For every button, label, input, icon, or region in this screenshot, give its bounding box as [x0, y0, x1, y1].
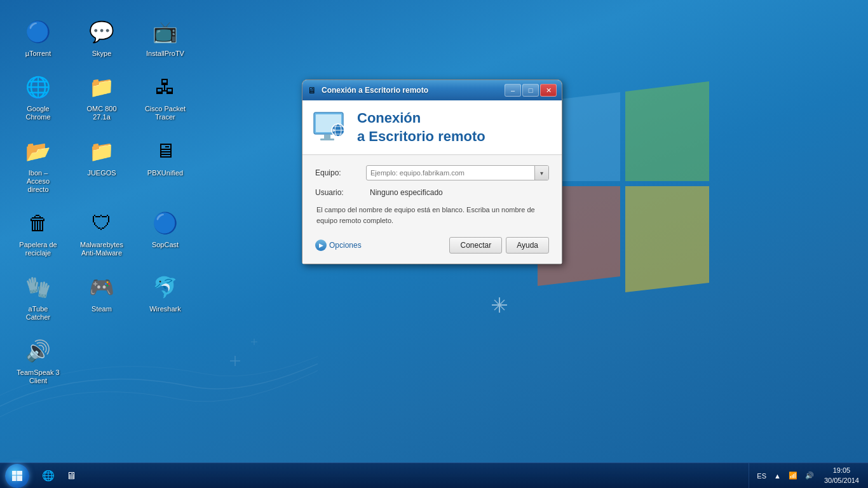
- desktop-icon-img-pbxunified: 🖥: [150, 136, 180, 166]
- desktop-icon-label-google-chrome: Google Chrome: [17, 105, 60, 121]
- desktop-icon-img-atube: 🧤: [23, 272, 53, 302]
- desktop-icon-sopcast[interactable]: 🔵SopCast: [140, 204, 191, 261]
- dialog-controls: – □ ✕: [505, 84, 557, 97]
- equipo-input-container[interactable]: ▾: [366, 165, 549, 180]
- desktop: 🔵µTorrent💬Skype📺InstallProTV🌐Google Chro…: [0, 0, 868, 488]
- taskbar-chrome-item[interactable]: 🌐: [37, 465, 60, 487]
- desktop-icon-img-wireshark: 🐬: [150, 272, 180, 302]
- dialog-close-button[interactable]: ✕: [540, 84, 557, 97]
- desktop-icon-img-ibon: 📂: [23, 136, 53, 166]
- desktop-icon-label-juegos: JUEGOS: [87, 169, 116, 177]
- desktop-icon-label-skype: Skype: [92, 50, 112, 58]
- desktop-icon-steam[interactable]: 🎮Steam: [76, 268, 127, 325]
- dialog-body: Equipo: ▾ Usuario: Ninguno especificado …: [302, 155, 562, 264]
- desktop-icon-label-sopcast: SopCast: [152, 241, 179, 249]
- desktop-icon-label-cisco-packet-tracer: Cisco Packet Tracer: [144, 105, 187, 121]
- dialog-header-icon: [313, 111, 348, 144]
- opciones-label: Opciones: [329, 241, 362, 250]
- taskbar-rdp-icon: 🖥: [65, 470, 78, 482]
- dialog-action-buttons: Conectar Ayuda: [449, 237, 549, 254]
- desktop-icon-img-omc800: 📁: [86, 72, 117, 102]
- desktop-icon-img-sopcast: 🔵: [150, 208, 180, 238]
- desktop-icon-pbxunified[interactable]: 🖥PBXUnified: [140, 132, 191, 198]
- dialog-footer: ▶ Opciones Conectar Ayuda: [315, 234, 549, 254]
- conectar-button[interactable]: Conectar: [449, 237, 502, 254]
- taskbar-tray: ES ▲ 📶 🔊 19:05 30/05/2014: [749, 463, 868, 488]
- dialog-note: El campo del nombre de equipo está en bl…: [315, 205, 549, 226]
- desktop-icon-img-installprotv: 📺: [150, 17, 180, 47]
- usuario-value: Ninguno especificado: [366, 188, 549, 197]
- desktop-icon-label-malwarebytes: Malwarebytes Anti-Malware: [80, 241, 123, 257]
- desktop-icon-label-omc800: OMC 800 27.1a: [80, 105, 123, 121]
- dialog-title-text: Conexión a Escritorio remoto: [322, 86, 428, 95]
- start-orb[interactable]: [5, 464, 29, 488]
- tray-volume-icon[interactable]: 🔊: [803, 470, 817, 481]
- tray-network-icon[interactable]: 📶: [786, 470, 800, 481]
- desktop-icon-teamspeak[interactable]: 🔊TeamSpeak 3 Client: [13, 332, 64, 389]
- desktop-icon-img-cisco-packet-tracer: 🖧: [150, 72, 180, 102]
- usuario-field: Usuario: Ninguno especificado: [315, 188, 549, 197]
- dialog-maximize-button[interactable]: □: [522, 84, 539, 97]
- dialog-header: Conexión a Escritorio remoto: [302, 100, 562, 155]
- desktop-icon-img-google-chrome: 🌐: [23, 72, 53, 102]
- taskbar-rdp-item[interactable]: 🖥: [60, 465, 83, 487]
- tray-date: 30/05/2014: [824, 476, 859, 485]
- desktop-icon-label-papelera: Papelera de reciclaje: [17, 241, 60, 257]
- desktop-icon-img-utorrent: 🔵: [23, 17, 53, 47]
- equipo-input[interactable]: [367, 166, 534, 180]
- taskbar-chrome-icon: 🌐: [42, 470, 55, 482]
- desktop-icon-label-pbxunified: PBXUnified: [147, 169, 183, 177]
- desktop-icon-atube[interactable]: 🧤aTube Catcher: [13, 268, 64, 325]
- tray-time: 19:05: [824, 466, 859, 475]
- desktop-icon-label-utorrent: µTorrent: [25, 50, 51, 58]
- dialog-header-text: Conexión a Escritorio remoto: [357, 109, 485, 146]
- opciones-arrow-icon: ▶: [315, 240, 327, 251]
- svg-rect-11: [320, 139, 334, 140]
- equipo-label: Equipo:: [315, 168, 366, 177]
- desktop-icon-utorrent[interactable]: 🔵µTorrent: [13, 13, 64, 62]
- tray-language[interactable]: ES: [754, 471, 769, 481]
- tray-clock[interactable]: 19:05 30/05/2014: [820, 466, 863, 485]
- taskbar: 🌐 🖥 ES ▲ 📶 🔊 19:05 30/05/2014: [0, 463, 868, 488]
- start-button[interactable]: [0, 463, 34, 489]
- dialog-header-line2: a Escritorio remoto: [357, 128, 485, 146]
- taskbar-items: 🌐 🖥: [34, 463, 749, 488]
- desktop-icon-img-skype: 💬: [86, 17, 117, 47]
- remote-desktop-dialog[interactable]: 🖥 Conexión a Escritorio remoto – □ ✕: [302, 79, 562, 264]
- desktop-icon-label-steam: Steam: [92, 305, 112, 313]
- equipo-dropdown-button[interactable]: ▾: [534, 166, 548, 180]
- dialog-titlebar: 🖥 Conexión a Escritorio remoto – □ ✕: [302, 80, 562, 100]
- dialog-minimize-button[interactable]: –: [505, 84, 521, 97]
- dialog-title-icon: 🖥: [308, 85, 318, 95]
- desktop-icon-img-teamspeak: 🔊: [23, 336, 53, 366]
- desktop-icon-label-ibon: Ibon – Acceso directo: [17, 169, 60, 194]
- desktop-icon-label-teamspeak: TeamSpeak 3 Client: [17, 369, 60, 385]
- desktop-icon-juegos[interactable]: 📁JUEGOS: [76, 132, 127, 198]
- tray-arrow-icon[interactable]: ▲: [771, 471, 783, 481]
- tray-icons: ES ▲ 📶 🔊: [754, 470, 817, 481]
- desktop-icon-img-papelera: 🗑: [23, 208, 53, 238]
- desktop-icon-img-malwarebytes: 🛡: [86, 208, 117, 238]
- desktop-icon-img-juegos: 📁: [86, 136, 117, 166]
- desktop-icon-label-installprotv: InstallProTV: [146, 50, 184, 58]
- desktop-icon-papelera[interactable]: 🗑Papelera de reciclaje: [13, 204, 64, 261]
- desktop-icon-cisco-packet-tracer[interactable]: 🖧Cisco Packet Tracer: [140, 68, 191, 125]
- svg-rect-10: [324, 135, 330, 139]
- usuario-label: Usuario:: [315, 188, 366, 197]
- desktop-icon-omc800[interactable]: 📁OMC 800 27.1a: [76, 68, 127, 125]
- desktop-icons: 🔵µTorrent💬Skype📺InstallProTV🌐Google Chro…: [6, 6, 203, 395]
- desktop-icon-google-chrome[interactable]: 🌐Google Chrome: [13, 68, 64, 125]
- opciones-button[interactable]: ▶ Opciones: [315, 240, 362, 251]
- ayuda-button[interactable]: Ayuda: [506, 237, 549, 254]
- desktop-icon-ibon[interactable]: 📂Ibon – Acceso directo: [13, 132, 64, 198]
- desktop-icon-label-atube: aTube Catcher: [17, 305, 60, 322]
- equipo-field: Equipo: ▾: [315, 165, 549, 180]
- desktop-icon-installprotv[interactable]: 📺InstallProTV: [140, 13, 191, 62]
- desktop-icon-wireshark[interactable]: 🐬Wireshark: [140, 268, 191, 325]
- desktop-icon-img-steam: 🎮: [86, 272, 117, 302]
- desktop-icon-label-wireshark: Wireshark: [149, 305, 181, 313]
- dialog-header-line1: Conexión: [357, 109, 485, 128]
- desktop-icon-skype[interactable]: 💬Skype: [76, 13, 127, 62]
- desktop-icon-malwarebytes[interactable]: 🛡Malwarebytes Anti-Malware: [76, 204, 127, 261]
